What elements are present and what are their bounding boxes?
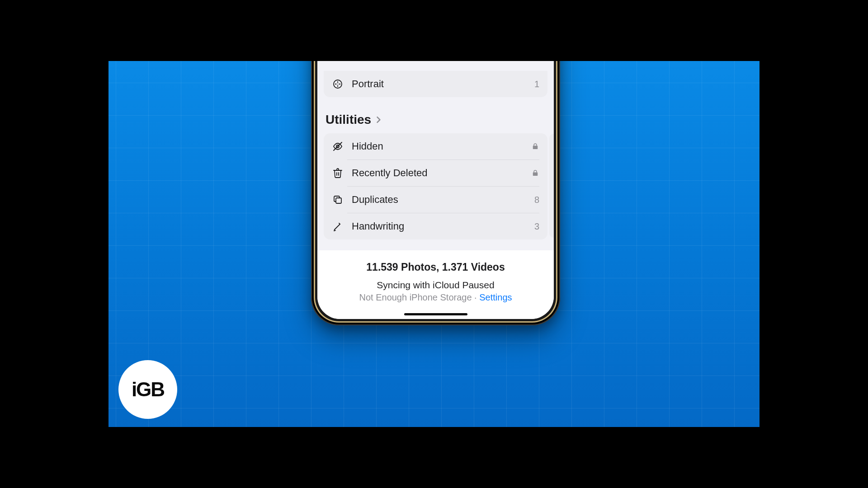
stage: Portrait 1 Utilities — [0, 0, 868, 488]
section-title-label: Utilities — [326, 113, 371, 127]
pencil-icon — [332, 221, 344, 232]
album-row-portrait[interactable]: Portrait 1 — [324, 71, 547, 97]
row-label: Hidden — [352, 141, 531, 152]
copy-icon — [332, 194, 344, 206]
row-label: Duplicates — [352, 194, 534, 206]
phone-screen: Portrait 1 Utilities — [317, 61, 554, 319]
storage-text: Not Enough iPhone Storage · — [359, 292, 479, 302]
lock-icon — [531, 142, 539, 150]
svg-line-7 — [335, 224, 340, 230]
utilities-card: HiddenRecently DeletedDuplicates8Handwri… — [324, 133, 547, 239]
album-label: Portrait — [352, 78, 534, 90]
screen-content: Portrait 1 Utilities — [317, 61, 554, 319]
sync-status: Syncing with iCloud Paused — [326, 280, 545, 291]
trash-icon — [332, 167, 344, 179]
phone-frame: Portrait 1 Utilities — [311, 61, 560, 325]
library-footer: 11.539 Photos, 1.371 Videos Syncing with… — [317, 250, 554, 319]
eye-off-icon — [332, 141, 344, 152]
row-count: 3 — [534, 221, 539, 232]
utilities-header[interactable]: Utilities — [326, 113, 546, 127]
library-counts: 11.539 Photos, 1.371 Videos — [326, 261, 545, 273]
media-types-card: Portrait 1 — [324, 71, 547, 97]
svg-point-1 — [336, 83, 339, 85]
chevron-right-icon — [374, 115, 383, 124]
settings-link[interactable]: Settings — [479, 292, 512, 302]
igb-badge-text: iGB — [132, 378, 164, 401]
svg-rect-6 — [336, 198, 341, 203]
focus-icon — [332, 78, 344, 90]
utilities-row-handwriting[interactable]: Handwriting3 — [347, 213, 539, 239]
utilities-row-recently-deleted[interactable]: Recently Deleted — [347, 160, 539, 186]
row-label: Handwriting — [352, 221, 534, 232]
albums-content: Portrait 1 Utilities — [317, 71, 554, 319]
row-label: Recently Deleted — [352, 167, 531, 179]
home-indicator[interactable] — [404, 313, 467, 315]
igb-badge: iGB — [118, 360, 177, 419]
row-count: 8 — [534, 195, 539, 205]
album-count: 1 — [534, 79, 539, 89]
utilities-row-hidden[interactable]: Hidden — [324, 133, 547, 160]
lock-icon — [531, 169, 539, 177]
storage-status: Not Enough iPhone Storage · Settings — [326, 292, 545, 303]
utilities-row-duplicates[interactable]: Duplicates8 — [347, 186, 539, 213]
blueprint-background: Portrait 1 Utilities — [108, 61, 760, 427]
